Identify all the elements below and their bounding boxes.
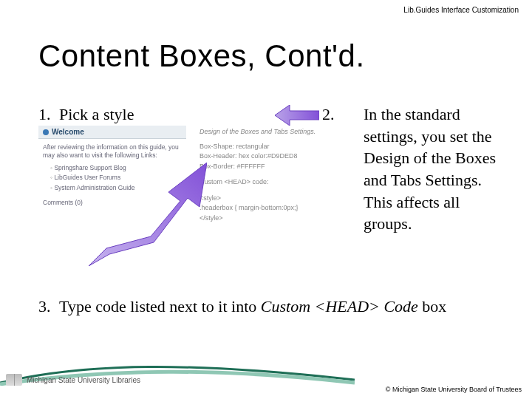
header-label: Lib.Guides Interface Customization <box>403 6 519 14</box>
welcome-intro: After reviewing the information on this … <box>43 143 182 160</box>
custom-head-label: Custom <HEAD> code: <box>200 177 332 194</box>
box-header-color: Box-Header: hex color:#D9DED8 <box>200 151 332 162</box>
arrow-icon <box>89 163 207 266</box>
welcome-panel-title: Welcome <box>52 128 84 136</box>
footer-copyright: © Michigan State University Board of Tru… <box>386 386 522 393</box>
step-1-text: Pick a style <box>59 105 134 123</box>
code-close: </style> <box>200 214 332 224</box>
step-3-suffix: box <box>418 297 447 316</box>
footer: Michigan State University Libraries © Mi… <box>0 355 532 399</box>
footer-org: Michigan State University Libraries <box>27 376 140 384</box>
step-2: 2.In the standard settings, you set the … <box>343 103 502 235</box>
step-3-prefix: Type code listed next to it into <box>59 297 261 316</box>
arrow-icon <box>275 105 319 126</box>
svg-marker-1 <box>89 163 207 266</box>
step-3-marker: 3. <box>38 296 59 318</box>
box-shape: Box-Shape: rectangular <box>200 142 332 152</box>
box-border-color: Box-Border: #FFFFFF <box>200 162 332 172</box>
step-3: 3.Type code listed next to it into Custo… <box>38 296 502 318</box>
code-open: <style> <box>200 194 332 204</box>
design-heading: Design of the Boxes and Tabs Settings. <box>200 127 332 142</box>
info-icon <box>43 129 49 135</box>
page-title: Content Boxes, Cont'd. <box>38 38 365 74</box>
step-2-marker: 2. <box>343 103 364 126</box>
code-rule: .headerbox { margin-bottom:0px;} <box>200 203 332 214</box>
svg-marker-0 <box>275 105 319 126</box>
book-icon <box>6 374 22 386</box>
footer-logo: Michigan State University Libraries <box>6 374 140 386</box>
step-1-marker: 1. <box>38 103 59 126</box>
step-2-text: In the standard settings, you set the De… <box>364 105 496 233</box>
welcome-panel-header: Welcome <box>38 126 186 139</box>
design-settings: Design of the Boxes and Tabs Settings. B… <box>200 127 332 223</box>
step-3-italic: Custom <HEAD> Code <box>261 297 418 316</box>
